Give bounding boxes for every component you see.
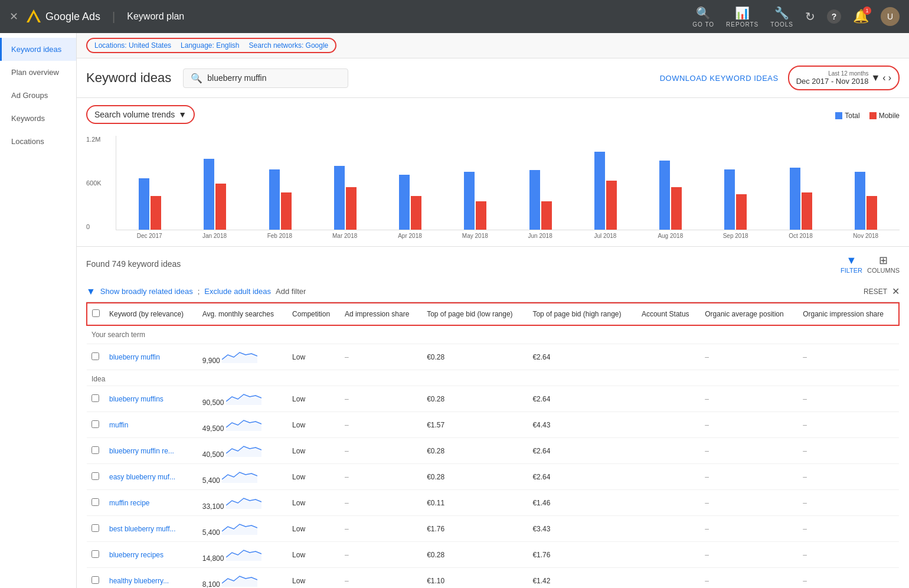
- search-icon: 🔍: [191, 73, 202, 84]
- table-body: Your search term blueberry muffin 9,900 …: [87, 325, 899, 588]
- row-checkbox-cell[interactable]: [87, 568, 104, 589]
- top-bid-high-cell: €2.64: [528, 386, 636, 412]
- location-value[interactable]: United States: [129, 41, 171, 50]
- show-broadly-related-link[interactable]: Show broadly related ideas: [100, 287, 193, 296]
- keyword-cell: blueberry recipes: [104, 542, 198, 568]
- account-status-cell: [637, 438, 700, 464]
- row-checkbox[interactable]: [91, 472, 99, 480]
- th-organic-impression[interactable]: Organic impression share: [798, 303, 899, 325]
- th-select-all[interactable]: [87, 303, 104, 325]
- x-label-5: May 2018: [444, 233, 506, 239]
- th-competition[interactable]: Competition: [287, 303, 340, 325]
- th-top-bid-high[interactable]: Top of page bid (high range): [528, 303, 636, 325]
- table-row: muffin recipe 33,100 Low – €0.11 €1.46 –…: [87, 490, 899, 516]
- table-row: muffin 49,500 Low – €1.57 €4.43 – –: [87, 412, 899, 438]
- competition-cell: Low: [287, 464, 340, 490]
- th-account-status[interactable]: Account Status: [637, 303, 700, 325]
- top-bid-low-cell: €1.57: [422, 412, 528, 438]
- chart-month-7: [574, 136, 637, 230]
- row-checkbox-cell[interactable]: [87, 386, 104, 412]
- filter-button[interactable]: ▼ FILTER: [841, 254, 862, 274]
- top-bid-high-cell: €2.64: [528, 344, 636, 370]
- chart-y-axis: 1.2M 600K 0: [86, 136, 102, 230]
- exclude-adult-link[interactable]: Exclude adult ideas: [204, 287, 271, 296]
- bar-mobile-0: [151, 196, 161, 230]
- organic-avg-pos-cell: –: [700, 490, 798, 516]
- keyword-cell: blueberry muffin: [104, 344, 198, 370]
- chart-month-5: [444, 136, 506, 230]
- keyword-search-input[interactable]: [207, 73, 325, 83]
- row-checkbox-cell[interactable]: [87, 516, 104, 542]
- close-icon[interactable]: ✕: [9, 10, 18, 23]
- bar-total-10: [790, 168, 800, 230]
- bar-total-9: [724, 169, 735, 230]
- refresh-icon[interactable]: ↻: [805, 9, 815, 24]
- row-checkbox[interactable]: [91, 576, 99, 584]
- keywords-table: Keyword (by relevance) Avg. monthly sear…: [86, 302, 900, 588]
- add-filter-button[interactable]: Add filter: [276, 287, 306, 296]
- your-search-term-label: Your search term: [87, 325, 899, 344]
- bar-mobile-10: [802, 192, 812, 230]
- th-organic-avg-pos[interactable]: Organic average position: [700, 303, 798, 325]
- x-label-11: Nov 2018: [835, 233, 897, 239]
- row-checkbox[interactable]: [91, 498, 99, 506]
- table-row: blueberry muffin 9,900 Low – €0.28 €2.64…: [87, 344, 899, 370]
- account-status-cell: [637, 542, 700, 568]
- table-controls: ▼ FILTER ⊞ COLUMNS: [841, 254, 900, 274]
- close-filter-icon[interactable]: ✕: [892, 286, 900, 297]
- keyword-ideas-title: Keyword ideas: [86, 70, 171, 86]
- tools-nav[interactable]: 🔧 TooLS: [770, 6, 793, 28]
- th-top-bid-low[interactable]: Top of page bid (low range): [422, 303, 528, 325]
- language-value[interactable]: English: [216, 41, 239, 50]
- help-icon[interactable]: ?: [827, 9, 841, 24]
- row-checkbox[interactable]: [91, 352, 99, 360]
- organic-avg-pos-cell: –: [700, 438, 798, 464]
- top-bid-high-cell: €4.43: [528, 412, 636, 438]
- download-keyword-ideas-button[interactable]: DOWNLOAD KEYWORD IDEAS: [660, 74, 779, 83]
- sidebar-item-keyword-ideas[interactable]: Keyword ideas: [0, 38, 76, 61]
- notification-bell[interactable]: 🔔 1: [853, 9, 869, 24]
- bar-total-11: [855, 172, 865, 230]
- row-checkbox-cell[interactable]: [87, 344, 104, 370]
- bar-total-2: [269, 169, 280, 230]
- reset-button[interactable]: RESET: [864, 288, 887, 296]
- select-all-checkbox[interactable]: [92, 309, 100, 317]
- row-checkbox-cell[interactable]: [87, 490, 104, 516]
- table-row: blueberry muffins 90,500 Low – €0.28 €2.…: [87, 386, 899, 412]
- filter-options-row: ▼ Show broadly related ideas ; Exclude a…: [86, 281, 900, 302]
- chart-section: Search volume trends ▼ Total Mobile: [77, 98, 909, 247]
- chart-month-10: [770, 136, 832, 230]
- row-checkbox[interactable]: [91, 394, 99, 402]
- th-keyword[interactable]: Keyword (by relevance): [104, 303, 198, 325]
- reports-nav[interactable]: 📊 REPORTS: [726, 6, 758, 28]
- main-content: Locations: United States Language: Engli…: [77, 33, 909, 588]
- sidebar-item-locations[interactable]: Locations: [0, 130, 76, 153]
- network-value[interactable]: Google: [306, 41, 329, 50]
- row-checkbox-cell[interactable]: [87, 464, 104, 490]
- account-status-cell: [637, 516, 700, 542]
- row-checkbox-cell[interactable]: [87, 542, 104, 568]
- columns-button[interactable]: ⊞ COLUMNS: [867, 254, 900, 274]
- row-checkbox[interactable]: [91, 550, 99, 558]
- row-checkbox[interactable]: [91, 420, 99, 428]
- x-label-9: Sep 2018: [704, 233, 767, 239]
- sidebar-item-plan-overview[interactable]: Plan overview: [0, 61, 76, 84]
- sidebar-item-ad-groups[interactable]: Ad Groups: [0, 84, 76, 107]
- chevron-right-icon[interactable]: ›: [888, 73, 891, 83]
- row-checkbox[interactable]: [91, 446, 99, 454]
- avg-monthly-cell: 5,400: [198, 516, 287, 542]
- x-label-3: Mar 2018: [313, 233, 376, 239]
- goto-nav[interactable]: 🔍 GO TO: [692, 6, 714, 28]
- ad-impression-cell: –: [340, 412, 422, 438]
- th-ad-impression[interactable]: Ad impression share: [340, 303, 422, 325]
- row-checkbox[interactable]: [91, 524, 99, 532]
- user-avatar[interactable]: U: [881, 7, 900, 26]
- top-bid-low-cell: €0.28: [422, 464, 528, 490]
- chevron-left-icon[interactable]: ‹: [882, 73, 885, 83]
- row-checkbox-cell[interactable]: [87, 412, 104, 438]
- sidebar-item-keywords[interactable]: Keywords: [0, 107, 76, 130]
- th-avg-monthly[interactable]: Avg. monthly searches: [198, 303, 287, 325]
- row-checkbox-cell[interactable]: [87, 438, 104, 464]
- date-range-selector[interactable]: Last 12 months Dec 2017 - Nov 2018 ▼ ‹ ›: [788, 66, 900, 90]
- search-volume-trends-toggle[interactable]: Search volume trends ▼: [86, 105, 195, 124]
